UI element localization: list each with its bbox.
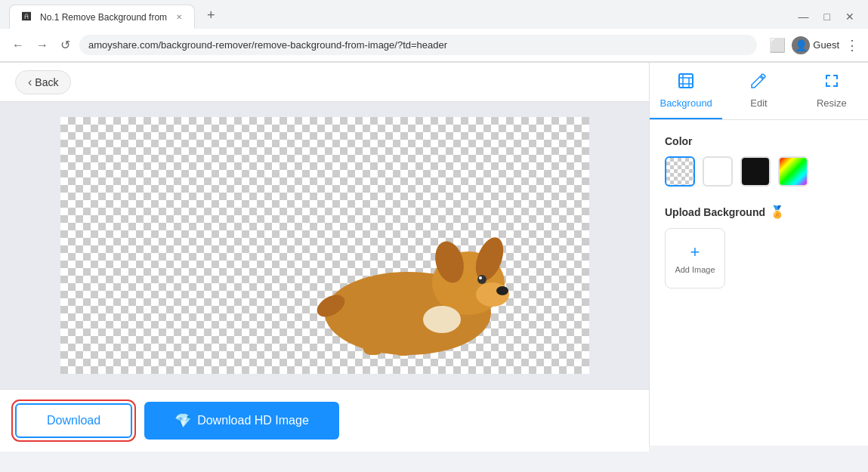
main-content: ‹ Back bbox=[0, 63, 649, 446]
canvas-area bbox=[0, 102, 649, 389]
svg-point-10 bbox=[423, 306, 461, 333]
tab-title: No.1 Remove Background from bbox=[40, 12, 167, 23]
browser-tab[interactable]: 🅰 No.1 Remove Background from ✕ bbox=[9, 5, 195, 29]
forward-nav-button[interactable]: → bbox=[33, 35, 51, 55]
color-swatches bbox=[665, 156, 853, 187]
cast-button[interactable]: ⬜ bbox=[769, 37, 786, 54]
minimize-button[interactable]: — bbox=[794, 9, 814, 24]
back-nav-button[interactable]: ← bbox=[9, 35, 27, 55]
add-image-label: Add Image bbox=[675, 265, 715, 274]
tab-resize[interactable]: Resize bbox=[795, 63, 868, 119]
panel-content: Color Upload Background 🏅 + Add Image bbox=[650, 120, 868, 446]
download-button[interactable]: Download bbox=[15, 403, 132, 438]
bottom-bar: Download 💎 Download HD Image bbox=[0, 389, 649, 452]
svg-rect-9 bbox=[393, 335, 414, 356]
window-controls: — □ ✕ bbox=[794, 9, 859, 24]
edit-tab-label: Edit bbox=[750, 97, 767, 109]
premium-icon: 🏅 bbox=[770, 205, 785, 219]
swatch-white[interactable] bbox=[703, 156, 733, 187]
background-tab-icon bbox=[677, 72, 695, 94]
download-hd-button[interactable]: 💎 Download HD Image bbox=[144, 402, 339, 440]
resize-tab-label: Resize bbox=[817, 97, 847, 109]
svg-point-7 bbox=[479, 276, 482, 279]
dog-image bbox=[302, 208, 514, 359]
back-button-label: Back bbox=[35, 76, 58, 88]
new-tab-button[interactable]: + bbox=[201, 8, 221, 23]
svg-rect-8 bbox=[363, 332, 384, 355]
swatch-transparent[interactable] bbox=[665, 156, 695, 187]
right-panel: Background Edit Resize bbox=[649, 63, 868, 446]
tab-close-btn[interactable]: ✕ bbox=[176, 13, 182, 21]
profile-label: Guest bbox=[813, 39, 839, 51]
upload-bg-label: Upload Background bbox=[665, 206, 765, 218]
swatch-color[interactable] bbox=[778, 156, 808, 187]
panel-tabs: Background Edit Resize bbox=[650, 63, 868, 120]
tab-favicon: 🅰 bbox=[22, 11, 34, 23]
add-image-button[interactable]: + Add Image bbox=[665, 228, 725, 288]
diamond-icon: 💎 bbox=[175, 412, 191, 429]
title-bar: 🅰 No.1 Remove Background from ✕ + — □ ✕ bbox=[0, 0, 868, 29]
svg-point-5 bbox=[496, 286, 508, 295]
tab-edit[interactable]: Edit bbox=[722, 63, 795, 119]
download-hd-label: Download HD Image bbox=[197, 414, 309, 427]
address-input[interactable] bbox=[79, 35, 757, 55]
plus-icon: + bbox=[690, 242, 700, 262]
browser-actions: ⬜ 👤 Guest ⋮ bbox=[769, 36, 859, 54]
upload-bg-section: Upload Background 🏅 bbox=[665, 205, 853, 219]
svg-point-6 bbox=[477, 275, 487, 284]
browser-chrome: 🅰 No.1 Remove Background from ✕ + — □ ✕ … bbox=[0, 0, 868, 63]
profile-icon: 👤 bbox=[792, 36, 810, 54]
app-layout: ‹ Back bbox=[0, 63, 868, 446]
color-section-label: Color bbox=[665, 135, 853, 147]
back-arrow-icon: ‹ bbox=[28, 76, 32, 89]
image-canvas bbox=[60, 117, 589, 374]
toolbar: ‹ Back bbox=[0, 63, 649, 102]
tab-background[interactable]: Background bbox=[650, 63, 722, 119]
svg-rect-12 bbox=[679, 74, 693, 88]
address-bar-row: ← → ↺ ⬜ 👤 Guest ⋮ bbox=[0, 29, 868, 62]
edit-tab-icon bbox=[749, 72, 768, 94]
background-tab-label: Background bbox=[659, 97, 712, 109]
profile-button[interactable]: 👤 Guest bbox=[792, 36, 839, 54]
refresh-button[interactable]: ↺ bbox=[57, 35, 73, 55]
browser-menu-button[interactable]: ⋮ bbox=[845, 37, 859, 54]
maximize-button[interactable]: □ bbox=[820, 9, 835, 24]
resize-tab-icon bbox=[823, 72, 841, 94]
close-button[interactable]: ✕ bbox=[841, 9, 859, 24]
swatch-black[interactable] bbox=[740, 156, 771, 187]
back-button[interactable]: ‹ Back bbox=[15, 70, 71, 94]
